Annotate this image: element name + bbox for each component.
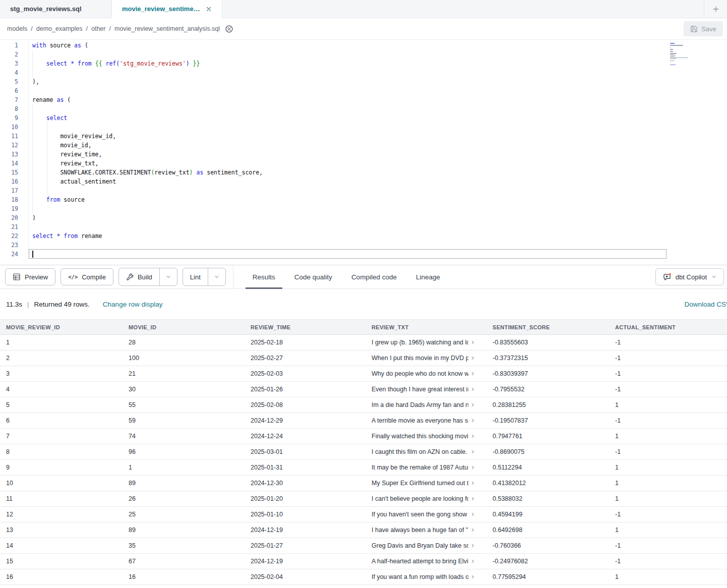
code-line-16[interactable]: 16 actual_sentiment: [0, 177, 727, 186]
code-line-19[interactable]: 19: [0, 204, 727, 213]
expand-review-button[interactable]: [470, 402, 475, 407]
code-line-2[interactable]: 2: [0, 50, 727, 59]
expand-review-button[interactable]: [470, 512, 475, 517]
code-line-22[interactable]: 22select * from rename: [0, 231, 727, 241]
close-icon[interactable]: [206, 6, 212, 12]
expand-review-button[interactable]: [470, 543, 475, 548]
code-line-8[interactable]: 8: [0, 104, 727, 113]
table-row[interactable]: 4302025-01-26Even though I have great in…: [0, 382, 727, 397]
expand-review-button[interactable]: [470, 465, 475, 470]
table-row[interactable]: 21002025-02-27When I put this movie in m…: [0, 350, 727, 366]
table-row[interactable]: 14352025-01-27Greg Davis and Bryan Daly …: [0, 538, 727, 554]
table-row[interactable]: 11262025-01-20I can't believe people are…: [0, 491, 727, 507]
lint-button[interactable]: Lint: [183, 268, 208, 285]
code-line-23[interactable]: 23: [0, 241, 727, 250]
code-editor[interactable]: 1with source as (23 select * from {{ ref…: [0, 40, 727, 265]
code-line-21[interactable]: 21: [0, 222, 727, 231]
editor-minimap[interactable]: [670, 43, 704, 68]
code-line-18[interactable]: 18 from source: [0, 195, 727, 204]
table-row[interactable]: 12252025-01-10If you haven't seen the go…: [0, 507, 727, 522]
column-header-movie_review_id[interactable]: MOVIE_REVIEW_ID: [0, 320, 123, 335]
dbt-copilot-button[interactable]: dbt Copilot: [655, 268, 724, 285]
expand-review-button[interactable]: [470, 418, 475, 423]
code-line-15[interactable]: 15 SNOWFLAKE.CORTEX.SENTIMENT(review_txt…: [0, 168, 727, 177]
tab-movie-review-sentiment-analysis[interactable]: movie_review_sentiment_analysis.sql: [112, 0, 222, 18]
expand-review-button[interactable]: [470, 387, 475, 392]
column-header-review_txt[interactable]: REVIEW_TXT: [366, 320, 487, 335]
expand-review-button[interactable]: [470, 356, 475, 361]
expand-review-button[interactable]: [470, 496, 475, 501]
code-line-10[interactable]: 10: [0, 123, 727, 132]
tab-stg-movie-reviews[interactable]: stg_movie_reviews.sql: [0, 0, 112, 18]
table-row[interactable]: 16162025-02-04If you want a fun romp wit…: [0, 569, 727, 585]
column-header-review_time[interactable]: REVIEW_TIME: [245, 320, 366, 335]
code-text: [28, 204, 727, 213]
change-row-display-link[interactable]: Change row display: [103, 301, 163, 308]
indent-guide: [47, 177, 47, 186]
expand-review-button[interactable]: [470, 527, 475, 533]
code-line-13[interactable]: 13 review_time,: [0, 150, 727, 159]
expand-review-button[interactable]: [470, 371, 475, 376]
tab-lineage[interactable]: Lineage: [416, 265, 440, 288]
table-row[interactable]: 6592024-12-29A terrible movie as everyon…: [0, 413, 727, 429]
code-line-1[interactable]: 1with source as (: [0, 41, 727, 50]
expand-row-chevron: [470, 481, 475, 486]
code-line-20[interactable]: 20): [0, 213, 727, 222]
expand-review-button[interactable]: [470, 574, 475, 579]
table-row[interactable]: 7742024-12-24Finally watched this shocki…: [0, 429, 727, 444]
line-number: 12: [0, 141, 28, 150]
code-line-7[interactable]: 7rename as (: [0, 95, 727, 104]
line-number: 3: [0, 59, 28, 68]
expand-review-button[interactable]: [470, 340, 475, 345]
tab-results[interactable]: Results: [253, 265, 275, 288]
table-row[interactable]: 8962025-03-01I caught this film on AZN o…: [0, 444, 727, 460]
cell-movie_review_id: 16: [0, 569, 123, 585]
code-line-5[interactable]: 5),: [0, 77, 727, 86]
column-header-sentiment_score[interactable]: SENTIMENT_SCORE: [487, 320, 609, 335]
cell-review_txt: A half-hearted attempt to bring Elvis P…: [366, 554, 487, 569]
breadcrumb-segment[interactable]: models: [7, 25, 27, 32]
save-button[interactable]: Save: [684, 21, 723, 36]
code-line-4[interactable]: 4: [0, 68, 727, 77]
cell-review_txt: A terrible movie as everyone has said. …: [366, 413, 487, 429]
breadcrumb-segment[interactable]: movie_review_sentiment_analysis.sql: [114, 25, 220, 32]
expand-review-button[interactable]: [470, 434, 475, 439]
lint-dropdown-button[interactable]: [208, 268, 225, 285]
compile-button[interactable]: </> Compile: [60, 268, 113, 285]
table-row[interactable]: 1282025-02-18I grew up (b. 1965) watchin…: [0, 335, 727, 350]
table-row[interactable]: 912025-01-31It may be the remake of 1987…: [0, 460, 727, 476]
table-row[interactable]: 10892024-12-30My Super Ex Girlfriend tur…: [0, 476, 727, 491]
table-row[interactable]: 5552025-02-08Im a die hard Dads Army fan…: [0, 397, 727, 413]
tab-compiled-code[interactable]: Compiled code: [351, 265, 397, 288]
download-csv-link[interactable]: Download CSV: [684, 289, 727, 319]
table-row[interactable]: 3212025-02-03Why do people who do not kn…: [0, 366, 727, 382]
breadcrumb-segment[interactable]: other: [91, 25, 106, 32]
code-line-24[interactable]: 24: [0, 250, 727, 259]
code-line-6[interactable]: 6: [0, 86, 727, 95]
table-row[interactable]: 17992024-12-21I really wanted to be able…: [0, 585, 727, 588]
code-line-12[interactable]: 12 movie_id,: [0, 141, 727, 150]
code-line-14[interactable]: 14 review_txt,: [0, 159, 727, 168]
query-duration: 11.3s: [6, 301, 22, 308]
code-line-17[interactable]: 17: [0, 186, 727, 195]
tab-code-quality[interactable]: Code quality: [294, 265, 332, 288]
new-tab-button[interactable]: [704, 0, 727, 18]
column-header-movie_id[interactable]: MOVIE_ID: [123, 320, 245, 335]
expand-review-button[interactable]: [470, 481, 475, 486]
expand-review-button[interactable]: [470, 559, 475, 564]
table-row[interactable]: 13892024-12-19I have always been a huge …: [0, 522, 727, 538]
code-line-3[interactable]: 3 select * from {{ ref('stg_movie_review…: [0, 59, 727, 68]
build-button[interactable]: Build: [119, 268, 159, 285]
explore-docs-icon[interactable]: [225, 25, 233, 33]
build-dropdown-button[interactable]: [159, 268, 177, 285]
table-row[interactable]: 15672024-12-19A half-hearted attempt to …: [0, 554, 727, 569]
breadcrumb-segment[interactable]: demo_examples: [36, 25, 83, 32]
line-number: 4: [0, 68, 28, 77]
preview-button[interactable]: Preview: [5, 268, 55, 285]
cell-actual_sentiment: -1: [609, 444, 727, 460]
column-header-actual_sentiment[interactable]: ACTUAL_SENTIMENT: [609, 320, 727, 335]
code-text: select: [28, 113, 727, 123]
expand-review-button[interactable]: [470, 449, 475, 454]
code-line-11[interactable]: 11 movie_review_id,: [0, 132, 727, 141]
code-line-9[interactable]: 9 select: [0, 113, 727, 123]
